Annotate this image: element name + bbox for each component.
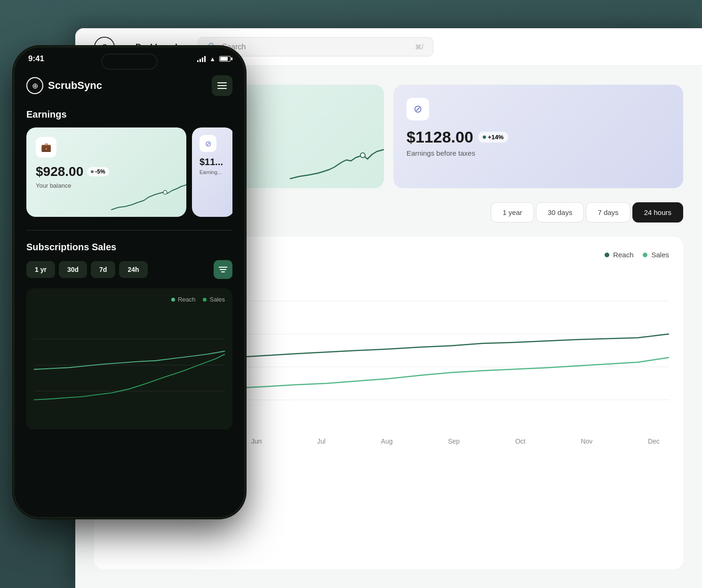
phone-balance-badge: -5% [87,167,109,176]
phone-brand-name: ScrubSync [48,79,102,92]
phone-balance-amount-row: $928.00 -5% [36,164,177,179]
balance-mini-chart [290,141,384,188]
earnings-section-title: Earnings [26,109,232,120]
phone-dynamic-island [101,54,158,70]
menu-line-2 [217,85,227,86]
phone-container: 9:41 ▲ [14,47,245,541]
sales-label: Sales [651,251,669,259]
earnings-label: Earnings before taxes [407,149,670,157]
phone-filter-30d[interactable]: 30d [59,261,87,278]
phone-filter-7d[interactable]: 7d [91,261,115,278]
signal-bar-1 [197,60,199,62]
reach-dot [605,253,609,257]
phone-balance-card: 💼 $928.00 -5% Your balance [26,127,186,217]
x-label-jun: Jun [251,437,262,445]
phone-sales-label: Sales [209,296,225,303]
x-label-oct: Oct [515,437,526,445]
phone-reach-dot [171,298,175,302]
x-label-dec: Dec [648,437,660,445]
phone-legend-reach: Reach [171,296,196,303]
filter-24hours[interactable]: 24 hours [632,202,683,222]
phone-chart-svg [34,309,225,421]
x-label-nov: Nov [581,437,592,445]
phone-cards-scroll: 💼 $928.00 -5% Your balance [26,127,232,217]
svg-point-0 [360,153,365,158]
phone-chart-area: Reach Sales [26,288,232,429]
phone-logo-icon: ⊕ [26,77,43,94]
x-label-jul: Jul [317,437,326,445]
phone-filter-icon-btn[interactable] [214,260,232,279]
sales-dot [643,253,647,257]
phone-chart-legend: Reach Sales [34,296,225,303]
phone-divider [26,230,232,230]
legend-reach: Reach [605,251,633,259]
phone-reach-label: Reach [178,296,196,303]
earnings-badge: +14% [478,132,509,143]
filter-30days[interactable]: 30 days [536,202,584,222]
earnings-amount-row: $1128.00 +14% [407,128,670,146]
wifi-icon: ▲ [209,56,215,63]
filter-1year[interactable]: 1 year [491,202,534,222]
phone-filter-24h[interactable]: 24h [119,261,147,278]
phone-legend-sales: Sales [203,296,225,303]
earnings-card: ⊘ $1128.00 +14% Earnings before taxes [393,85,683,188]
earnings-amount: $1128.00 [407,128,473,146]
svg-point-5 [163,191,167,194]
legend-sales: Sales [643,251,669,259]
filter-7days[interactable]: 7 days [586,202,630,222]
reach-label: Reach [613,251,633,259]
filter-lines-icon [219,266,227,273]
battery-fill [220,57,228,61]
signal-bar-2 [199,59,201,62]
earnings-badge-dot [483,135,486,139]
phone-balance-chart [111,179,186,217]
phone-time: 9:41 [28,54,44,64]
phone-earnings-label: Earning... [199,169,227,175]
signal-bar-3 [202,57,203,62]
phone-sales-dot [203,298,207,302]
phone-earnings-card: ⊘ $11... Earning... [192,127,232,217]
phone-balance-icon: 💼 [36,137,56,158]
earnings-badge-value: +14% [488,134,504,141]
phone-filter-1yr[interactable]: 1 yr [26,261,55,278]
phone-balance-badge-val: -5% [95,168,105,175]
x-label-sep: Sep [448,437,460,445]
battery-icon [219,56,231,62]
phone-filter-row: 1 yr 30d 7d 24h [26,260,232,279]
subscriptions-title: Subscriptions Sales [26,242,232,253]
menu-line-1 [217,82,227,83]
signal-icon [197,56,206,62]
phone-badge-dot [91,170,94,173]
phone-earnings-icon: ⊘ [199,135,216,152]
phone-status-icons: ▲ [197,56,231,63]
phone-brand: ⊕ ScrubSync [26,77,102,94]
phone-screen: 9:41 ▲ [14,47,245,517]
phone-app-header: ⊕ ScrubSync [26,75,232,96]
x-label-aug: Aug [381,437,393,445]
phone-body: 9:41 ▲ [14,47,245,517]
phone-menu-button[interactable] [212,75,232,96]
phone-earnings-amount: $11... [199,157,227,167]
signal-bar-4 [204,56,206,62]
earnings-card-icon: ⊘ [407,98,429,120]
phone-balance-amount: $928.00 [36,164,83,179]
search-shortcut: ⌘/ [415,43,423,51]
menu-line-3 [217,88,227,89]
